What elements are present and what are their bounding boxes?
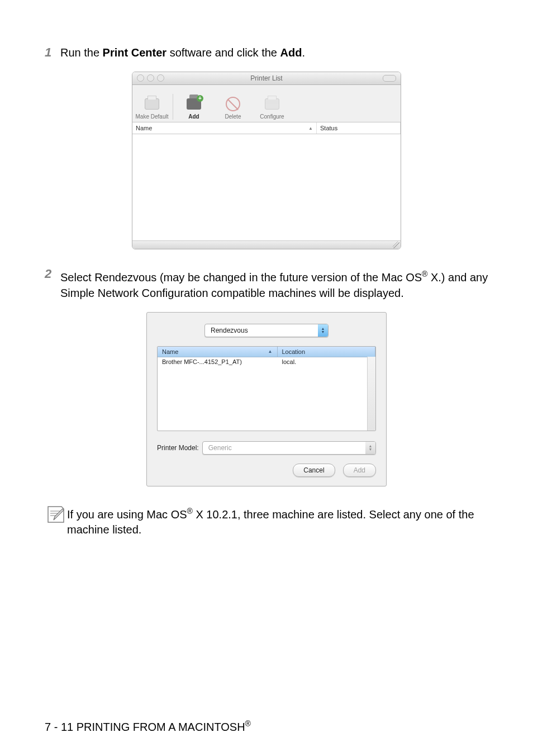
sup: ® bbox=[245, 719, 251, 728]
printer-listbox: Name ▲ Location Brother MFC-...4152_P1_A… bbox=[157, 346, 376, 431]
col-status-header[interactable]: Status bbox=[317, 122, 401, 134]
printer-list-window: Printer List Make Default Add Delete bbox=[132, 72, 401, 249]
printer-model-select[interactable]: Generic ▲▼ bbox=[202, 441, 376, 455]
printer-model-row: Printer Model: Generic ▲▼ bbox=[157, 441, 376, 455]
col-name-label: Name bbox=[136, 125, 152, 131]
step-1-text: Run the Print Center software and click … bbox=[60, 45, 488, 60]
sup: ® bbox=[187, 507, 193, 516]
pencil-note-icon bbox=[45, 503, 67, 526]
step-1-number: 1 bbox=[45, 45, 60, 60]
footer-text: 7 - 11 PRINTING FROM A MACINTOSH bbox=[45, 721, 245, 733]
connection-select-row: Rendezvous ▲▼ bbox=[157, 324, 376, 337]
text: Run the bbox=[60, 46, 103, 59]
separator bbox=[173, 94, 173, 120]
add-printer-icon bbox=[187, 98, 201, 110]
configure-icon bbox=[265, 98, 279, 110]
resize-grip-icon[interactable] bbox=[393, 242, 399, 248]
minimize-icon[interactable] bbox=[147, 74, 154, 82]
add-label: Add bbox=[354, 466, 365, 474]
connection-select[interactable]: Rendezvous ▲▼ bbox=[204, 324, 329, 337]
lb-col-name-label: Name bbox=[162, 348, 178, 355]
bold-text: Add bbox=[280, 46, 302, 59]
sup: ® bbox=[422, 270, 427, 278]
configure-label: Configure bbox=[260, 114, 284, 120]
printer-model-value: Generic bbox=[203, 444, 237, 452]
step-1: 1 Run the Print Center software and clic… bbox=[45, 45, 488, 60]
dialog-button-row: Cancel Add bbox=[157, 464, 376, 477]
page: 1 Run the Print Center software and clic… bbox=[0, 0, 533, 756]
delete-label: Delete bbox=[225, 114, 241, 120]
toolbar-toggle-icon[interactable] bbox=[383, 75, 396, 82]
sort-asc-icon: ▲ bbox=[268, 349, 273, 354]
list-item-location: local. bbox=[278, 357, 376, 367]
cancel-button[interactable]: Cancel bbox=[293, 464, 335, 477]
window-titlebar: Printer List bbox=[132, 72, 401, 85]
make-default-button[interactable]: Make Default bbox=[132, 96, 172, 120]
bold-text: Print Center bbox=[103, 46, 166, 59]
cancel-label: Cancel bbox=[303, 466, 324, 474]
add-button[interactable]: Add bbox=[174, 96, 213, 120]
screenshot-1-wrap: Printer List Make Default Add Delete bbox=[45, 72, 488, 249]
text: software and click the bbox=[166, 46, 280, 59]
window-title: Printer List bbox=[250, 74, 282, 82]
text: Select Rendezvous (may be changed in the… bbox=[60, 271, 422, 284]
sort-asc-icon: ▲ bbox=[308, 126, 313, 131]
note-text: If you are using Mac OS® X 10.2.1, three… bbox=[67, 503, 488, 538]
configure-button[interactable]: Configure bbox=[253, 96, 292, 120]
make-default-label: Make Default bbox=[136, 114, 169, 120]
col-name-header[interactable]: Name ▲ bbox=[132, 122, 317, 134]
listbox-header: Name ▲ Location bbox=[158, 347, 375, 357]
col-status-label: Status bbox=[320, 125, 337, 131]
page-footer: 7 - 11 PRINTING FROM A MACINTOSH® bbox=[45, 719, 251, 734]
table-body bbox=[132, 134, 401, 240]
window-footer bbox=[132, 240, 401, 249]
printer-model-label: Printer Model: bbox=[157, 444, 199, 452]
delete-icon bbox=[226, 97, 240, 111]
chevron-up-down-icon: ▲▼ bbox=[318, 324, 328, 337]
add-label: Add bbox=[188, 114, 199, 120]
screenshot-2-wrap: Rendezvous ▲▼ Name ▲ Location Brother MF… bbox=[45, 312, 488, 486]
lb-col-name[interactable]: Name ▲ bbox=[158, 347, 278, 357]
scrollbar[interactable] bbox=[367, 357, 375, 431]
toolbar: Make Default Add Delete Configure bbox=[132, 85, 401, 122]
delete-button[interactable]: Delete bbox=[213, 96, 253, 120]
connection-select-value: Rendezvous bbox=[205, 327, 254, 334]
note: If you are using Mac OS® X 10.2.1, three… bbox=[45, 503, 488, 538]
text: If you are using Mac OS bbox=[67, 508, 187, 520]
chevron-up-down-icon: ▲▼ bbox=[365, 442, 375, 454]
zoom-icon[interactable] bbox=[157, 74, 164, 82]
add-button[interactable]: Add bbox=[343, 464, 376, 477]
rendezvous-dialog: Rendezvous ▲▼ Name ▲ Location Brother MF… bbox=[146, 312, 387, 486]
close-icon[interactable] bbox=[137, 74, 144, 82]
note-icon bbox=[45, 503, 67, 538]
traffic-lights bbox=[137, 74, 164, 82]
step-2-text: Select Rendezvous (may be changed in the… bbox=[60, 266, 488, 301]
text: . bbox=[302, 46, 305, 59]
step-2-number: 2 bbox=[45, 266, 60, 301]
list-item[interactable]: Brother MFC-...4152_P1_AT) local. bbox=[158, 357, 375, 367]
printer-icon bbox=[145, 98, 159, 110]
table-header: Name ▲ Status bbox=[132, 122, 401, 134]
list-item-name: Brother MFC-...4152_P1_AT) bbox=[158, 357, 278, 367]
lb-col-location[interactable]: Location bbox=[278, 347, 376, 357]
step-2: 2 Select Rendezvous (may be changed in t… bbox=[45, 266, 488, 301]
lb-col-location-label: Location bbox=[282, 348, 306, 355]
